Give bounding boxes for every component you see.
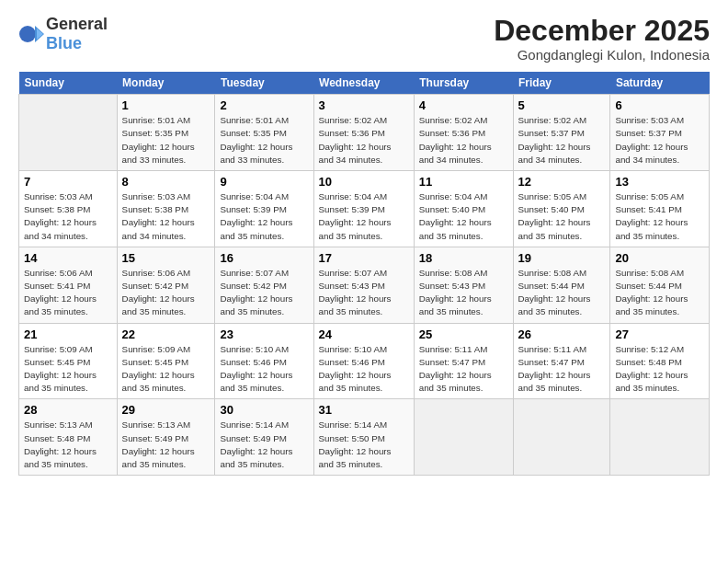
day-number: 14 xyxy=(24,251,112,265)
day-info: Sunrise: 5:09 AM Sunset: 5:45 PM Dayligh… xyxy=(24,343,112,396)
logo-blue: Blue xyxy=(46,34,82,52)
day-number: 21 xyxy=(24,327,112,341)
day-number: 9 xyxy=(220,175,308,189)
calendar-cell: 16Sunrise: 5:07 AM Sunset: 5:42 PM Dayli… xyxy=(215,247,313,323)
day-info: Sunrise: 5:14 AM Sunset: 5:49 PM Dayligh… xyxy=(220,419,308,471)
calendar-cell: 3Sunrise: 5:02 AM Sunset: 5:36 PM Daylig… xyxy=(313,95,414,171)
calendar-cell: 30Sunrise: 5:14 AM Sunset: 5:49 PM Dayli… xyxy=(215,399,313,476)
logo-icon xyxy=(18,21,44,47)
day-number: 20 xyxy=(615,251,704,265)
calendar-cell: 15Sunrise: 5:06 AM Sunset: 5:42 PM Dayli… xyxy=(117,247,215,323)
calendar-cell: 29Sunrise: 5:13 AM Sunset: 5:49 PM Dayli… xyxy=(117,399,215,476)
calendar-header-row: SundayMondayTuesdayWednesdayThursdayFrid… xyxy=(19,72,710,95)
day-number: 10 xyxy=(319,175,409,189)
calendar-cell: 4Sunrise: 5:02 AM Sunset: 5:36 PM Daylig… xyxy=(414,95,513,171)
day-number: 29 xyxy=(122,403,210,417)
calendar-cell xyxy=(610,399,710,476)
day-number: 25 xyxy=(419,327,508,341)
day-info: Sunrise: 5:13 AM Sunset: 5:48 PM Dayligh… xyxy=(24,419,112,471)
day-number: 24 xyxy=(319,327,409,341)
logo-general: General xyxy=(46,15,108,33)
header: General Blue December 2025 Gongdanglegi … xyxy=(18,15,710,63)
day-info: Sunrise: 5:11 AM Sunset: 5:47 PM Dayligh… xyxy=(518,343,606,396)
calendar-cell: 28Sunrise: 5:13 AM Sunset: 5:48 PM Dayli… xyxy=(19,399,118,476)
week-row-2: 7Sunrise: 5:03 AM Sunset: 5:38 PM Daylig… xyxy=(19,171,710,247)
day-info: Sunrise: 5:04 AM Sunset: 5:39 PM Dayligh… xyxy=(319,190,409,243)
calendar-cell: 6Sunrise: 5:03 AM Sunset: 5:37 PM Daylig… xyxy=(610,95,710,171)
calendar-cell: 18Sunrise: 5:08 AM Sunset: 5:43 PM Dayli… xyxy=(414,247,513,323)
day-number: 13 xyxy=(615,175,704,189)
header-thursday: Thursday xyxy=(414,72,513,95)
week-row-5: 28Sunrise: 5:13 AM Sunset: 5:48 PM Dayli… xyxy=(19,399,710,476)
day-number: 15 xyxy=(122,251,210,265)
day-info: Sunrise: 5:08 AM Sunset: 5:43 PM Dayligh… xyxy=(419,267,508,319)
day-info: Sunrise: 5:10 AM Sunset: 5:46 PM Dayligh… xyxy=(220,343,308,396)
day-number: 31 xyxy=(319,403,409,417)
day-info: Sunrise: 5:14 AM Sunset: 5:50 PM Dayligh… xyxy=(319,419,409,471)
day-info: Sunrise: 5:12 AM Sunset: 5:48 PM Dayligh… xyxy=(615,343,704,396)
calendar-cell: 17Sunrise: 5:07 AM Sunset: 5:43 PM Dayli… xyxy=(313,247,414,323)
calendar-cell: 10Sunrise: 5:04 AM Sunset: 5:39 PM Dayli… xyxy=(313,171,414,247)
day-info: Sunrise: 5:06 AM Sunset: 5:41 PM Dayligh… xyxy=(24,267,112,319)
week-row-4: 21Sunrise: 5:09 AM Sunset: 5:45 PM Dayli… xyxy=(19,323,710,399)
calendar-cell: 5Sunrise: 5:02 AM Sunset: 5:37 PM Daylig… xyxy=(513,95,610,171)
day-info: Sunrise: 5:01 AM Sunset: 5:35 PM Dayligh… xyxy=(122,114,210,167)
week-row-3: 14Sunrise: 5:06 AM Sunset: 5:41 PM Dayli… xyxy=(19,247,710,323)
day-info: Sunrise: 5:09 AM Sunset: 5:45 PM Dayligh… xyxy=(122,343,210,396)
day-info: Sunrise: 5:03 AM Sunset: 5:37 PM Dayligh… xyxy=(615,114,704,167)
calendar-cell: 24Sunrise: 5:10 AM Sunset: 5:46 PM Dayli… xyxy=(313,323,414,399)
day-info: Sunrise: 5:04 AM Sunset: 5:39 PM Dayligh… xyxy=(220,190,308,243)
day-number: 18 xyxy=(419,251,508,265)
calendar-cell: 25Sunrise: 5:11 AM Sunset: 5:47 PM Dayli… xyxy=(414,323,513,399)
day-number: 11 xyxy=(419,175,508,189)
calendar-cell xyxy=(19,95,118,171)
calendar-cell: 31Sunrise: 5:14 AM Sunset: 5:50 PM Dayli… xyxy=(313,399,414,476)
location-title: Gongdanglegi Kulon, Indonesia xyxy=(494,47,710,63)
day-info: Sunrise: 5:13 AM Sunset: 5:49 PM Dayligh… xyxy=(122,419,210,471)
day-info: Sunrise: 5:01 AM Sunset: 5:35 PM Dayligh… xyxy=(220,114,308,167)
header-tuesday: Tuesday xyxy=(215,72,313,95)
day-info: Sunrise: 5:06 AM Sunset: 5:42 PM Dayligh… xyxy=(122,267,210,319)
header-friday: Friday xyxy=(513,72,610,95)
calendar-cell: 27Sunrise: 5:12 AM Sunset: 5:48 PM Dayli… xyxy=(610,323,710,399)
day-number: 30 xyxy=(220,403,308,417)
calendar-cell: 26Sunrise: 5:11 AM Sunset: 5:47 PM Dayli… xyxy=(513,323,610,399)
day-number: 19 xyxy=(518,251,606,265)
calendar-cell: 9Sunrise: 5:04 AM Sunset: 5:39 PM Daylig… xyxy=(215,171,313,247)
calendar-cell: 8Sunrise: 5:03 AM Sunset: 5:38 PM Daylig… xyxy=(117,171,215,247)
day-number: 8 xyxy=(122,175,210,189)
day-info: Sunrise: 5:04 AM Sunset: 5:40 PM Dayligh… xyxy=(419,190,508,243)
day-info: Sunrise: 5:08 AM Sunset: 5:44 PM Dayligh… xyxy=(615,267,704,319)
header-wednesday: Wednesday xyxy=(313,72,414,95)
calendar-cell: 21Sunrise: 5:09 AM Sunset: 5:45 PM Dayli… xyxy=(19,323,118,399)
day-info: Sunrise: 5:10 AM Sunset: 5:46 PM Dayligh… xyxy=(319,343,409,396)
header-saturday: Saturday xyxy=(610,72,710,95)
title-block: December 2025 Gongdanglegi Kulon, Indone… xyxy=(494,15,710,63)
day-number: 16 xyxy=(220,251,308,265)
calendar-cell: 19Sunrise: 5:08 AM Sunset: 5:44 PM Dayli… xyxy=(513,247,610,323)
day-info: Sunrise: 5:02 AM Sunset: 5:36 PM Dayligh… xyxy=(319,114,409,167)
calendar-cell: 11Sunrise: 5:04 AM Sunset: 5:40 PM Dayli… xyxy=(414,171,513,247)
day-info: Sunrise: 5:02 AM Sunset: 5:36 PM Dayligh… xyxy=(419,114,508,167)
day-number: 23 xyxy=(220,327,308,341)
header-sunday: Sunday xyxy=(19,72,118,95)
day-number: 17 xyxy=(319,251,409,265)
month-title: December 2025 xyxy=(494,15,710,47)
calendar-cell: 12Sunrise: 5:05 AM Sunset: 5:40 PM Dayli… xyxy=(513,171,610,247)
page: General Blue December 2025 Gongdanglegi … xyxy=(0,0,728,485)
logo: General Blue xyxy=(18,15,108,53)
calendar-cell: 1Sunrise: 5:01 AM Sunset: 5:35 PM Daylig… xyxy=(117,95,215,171)
day-number: 28 xyxy=(24,403,112,417)
svg-point-0 xyxy=(19,26,36,42)
day-number: 4 xyxy=(419,98,508,112)
calendar-cell xyxy=(414,399,513,476)
day-number: 12 xyxy=(518,175,606,189)
day-info: Sunrise: 5:05 AM Sunset: 5:41 PM Dayligh… xyxy=(615,190,704,243)
day-number: 2 xyxy=(220,98,308,112)
calendar-cell: 2Sunrise: 5:01 AM Sunset: 5:35 PM Daylig… xyxy=(215,95,313,171)
week-row-1: 1Sunrise: 5:01 AM Sunset: 5:35 PM Daylig… xyxy=(19,95,710,171)
day-info: Sunrise: 5:11 AM Sunset: 5:47 PM Dayligh… xyxy=(419,343,508,396)
day-number: 3 xyxy=(319,98,409,112)
day-info: Sunrise: 5:02 AM Sunset: 5:37 PM Dayligh… xyxy=(518,114,606,167)
day-info: Sunrise: 5:07 AM Sunset: 5:43 PM Dayligh… xyxy=(319,267,409,319)
